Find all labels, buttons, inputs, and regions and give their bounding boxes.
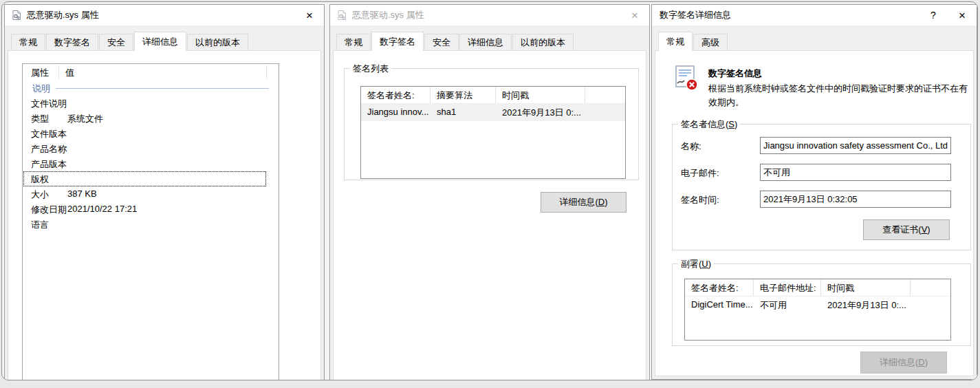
window-title: 恶意驱动.sys 属性 — [27, 9, 99, 21]
sys-file-icon — [336, 10, 347, 21]
focus-rectangle — [23, 171, 266, 186]
name-label: 名称: — [681, 140, 701, 153]
tab-previous-versions[interactable]: 以前的版本 — [187, 34, 248, 50]
signer-name-field[interactable] — [760, 137, 951, 154]
list-item-countersignature[interactable]: DigiCert Time... 不可用 2021年9月13日 0:... — [685, 297, 950, 314]
signature-info-heading: 数字签名信息 — [708, 67, 762, 80]
details-table-header: 属性 值 — [23, 64, 279, 80]
tab-details[interactable]: 详细信息 — [459, 34, 512, 50]
column-header-email-address[interactable]: 电子邮件地址: — [754, 279, 821, 296]
details-section-description: 说明 — [23, 80, 279, 96]
tab-strip: 常规 数字签名 安全 详细信息 以前的版本 — [11, 32, 249, 51]
list-header: 签名者姓名: 摘要算法 时间戳 — [361, 87, 625, 104]
table-row-selected[interactable]: 版权 — [23, 171, 279, 186]
close-icon[interactable]: × — [948, 5, 977, 25]
table-row[interactable]: 语言 — [23, 217, 279, 232]
signature-error-icon — [673, 65, 698, 91]
signer-info-group: 签名者信息(S) 名称: 电子邮件: 签名时间: 查看证书(V) — [672, 124, 971, 250]
close-icon[interactable]: × — [620, 5, 649, 25]
table-row[interactable]: 大小 387 KB — [23, 186, 279, 202]
titlebar[interactable]: 数字签名详细信息 ? × — [652, 5, 977, 25]
list-header: 签名者姓名: 电子邮件地址: 时间戳 — [685, 279, 950, 297]
tab-advanced[interactable]: 高级 — [693, 34, 728, 50]
tab-previous-versions[interactable]: 以前的版本 — [512, 34, 574, 50]
signature-info-message: 根据当前系统时钟或签名文件中的时间戳验证时要求的证书不在有效期内。 — [708, 82, 971, 109]
group-label: 副署(U) — [678, 258, 714, 270]
tab-strip: 常规 数字签名 安全 详细信息 以前的版本 — [336, 32, 574, 51]
column-separator — [58, 65, 59, 78]
window-digital-signature-details: 数字签名详细信息 ? × 常规 高级 数字签名信息 根据当前系统时钟或签名文件中… — [651, 4, 977, 380]
signature-list: 签名者姓名: 摘要算法 时间戳 Jiangsu innov... sha1 20… — [360, 86, 626, 179]
tab-security[interactable]: 安全 — [99, 34, 133, 50]
column-header-timestamp[interactable]: 时间戳 — [496, 87, 585, 103]
signer-email-field[interactable] — [760, 164, 951, 181]
column-header-signer-name[interactable]: 签名者姓名: — [361, 87, 431, 103]
section-rule — [56, 88, 269, 89]
details-button-disabled: 详细信息(D) — [860, 352, 947, 374]
table-row[interactable]: 文件版本 — [23, 126, 279, 141]
column-header-digest-algorithm[interactable]: 摘要算法 — [431, 87, 496, 103]
tab-page-digital-signatures: 签名列表 签名者姓名: 摘要算法 时间戳 Jiangsu innov... sh… — [333, 50, 646, 380]
table-row[interactable]: 修改日期 2021/10/22 17:21 — [23, 202, 279, 217]
group-label: 签名者信息(S) — [678, 118, 740, 131]
group-label: 签名列表 — [350, 63, 391, 75]
titlebar[interactable]: 恶意驱动.sys 属性 × — [330, 5, 649, 25]
signature-list-group: 签名列表 签名者姓名: 摘要算法 时间戳 Jiangsu innov... sh… — [344, 68, 639, 180]
help-icon[interactable]: ? — [919, 5, 948, 25]
window-title: 恶意驱动.sys 属性 — [352, 9, 424, 21]
list-item-signature[interactable]: Jiangsu innov... sha1 2021年9月13日 0:... — [361, 104, 625, 121]
column-header-value[interactable]: 值 — [65, 67, 74, 79]
tab-strip: 常规 高级 — [658, 32, 728, 51]
section-label: 说明 — [32, 83, 50, 95]
tab-page-general: 数字签名信息 根据当前系统时钟或签名文件中的时间戳验证时要求的证书不在有效期内。… — [655, 50, 974, 376]
titlebar[interactable]: 恶意驱动.sys 属性 × — [5, 5, 324, 25]
table-row[interactable]: 产品名称 — [23, 141, 279, 156]
tab-security[interactable]: 安全 — [424, 34, 459, 50]
table-row[interactable]: 类型 系统文件 — [23, 111, 279, 126]
window-file-properties-details: 恶意驱动.sys 属性 × 常规 数字签名 安全 详细信息 以前的版本 属性 值… — [4, 4, 325, 380]
close-icon[interactable]: × — [295, 5, 324, 25]
table-row[interactable]: 产品版本 — [23, 156, 279, 171]
column-header-blank — [585, 87, 625, 103]
table-row[interactable]: 文件说明 — [23, 96, 279, 111]
signing-time-field[interactable] — [760, 191, 951, 208]
column-separator — [266, 65, 267, 78]
tab-general[interactable]: 常规 — [658, 32, 693, 51]
tab-digital-signatures[interactable]: 数字签名 — [371, 32, 424, 51]
tab-general[interactable]: 常规 — [336, 34, 371, 50]
signing-time-label: 签名时间: — [681, 194, 719, 206]
column-header-signer-name[interactable]: 签名者姓名: — [685, 279, 754, 296]
column-header-timestamp[interactable]: 时间戳 — [821, 279, 911, 296]
countersignatures-group: 副署(U) 签名者姓名: 电子邮件地址: 时间戳 DigiCert Time..… — [672, 263, 971, 346]
column-header-property[interactable]: 属性 — [31, 67, 49, 79]
countersignature-list: 签名者姓名: 电子邮件地址: 时间戳 DigiCert Time... 不可用 … — [684, 279, 951, 341]
sys-file-icon — [11, 10, 22, 21]
details-button[interactable]: 详细信息(D) — [541, 192, 627, 213]
window-title: 数字签名详细信息 — [660, 9, 731, 21]
screenshot-canvas: 恶意驱动.sys 属性 × 常规 数字签名 安全 详细信息 以前的版本 属性 值… — [1, 1, 978, 380]
details-property-table: 属性 值 说明 文件说明 类型 系统文件 文件版 — [22, 63, 279, 380]
window-file-properties-signatures: 恶意驱动.sys 属性 × 常规 数字签名 安全 详细信息 以前的版本 签名列表… — [329, 4, 650, 380]
tab-details[interactable]: 详细信息 — [134, 32, 186, 51]
view-certificate-button[interactable]: 查看证书(V) — [863, 219, 950, 240]
tab-page-details: 属性 值 说明 文件说明 类型 系统文件 文件版 — [8, 50, 321, 380]
tab-digital-signatures[interactable]: 数字签名 — [46, 34, 98, 50]
tab-general[interactable]: 常规 — [11, 34, 45, 50]
column-header-blank — [911, 279, 950, 296]
email-label: 电子邮件: — [681, 167, 719, 180]
